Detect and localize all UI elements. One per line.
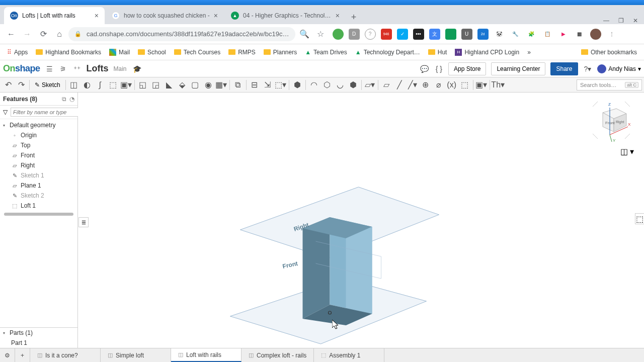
ext-icon-15[interactable]: ▶ — [558, 29, 569, 40]
bookmark-item-8[interactable]: Hut — [425, 47, 450, 58]
ext-icon-12[interactable]: 🔧 — [510, 29, 521, 40]
learning-center-button[interactable]: Learning Center — [491, 62, 545, 75]
bookmark-item-9[interactable]: HHighland CPD Login — [452, 47, 522, 58]
sketch2-node[interactable]: ✎Sketch 2 — [0, 191, 77, 201]
draft-tool[interactable]: ◣ — [163, 79, 175, 91]
apps-bookmark[interactable]: ⠿Apps — [4, 47, 31, 58]
new-tab-button[interactable]: + — [347, 10, 361, 24]
bookmark-item-3[interactable]: Tech Courses — [171, 47, 223, 58]
origin-node[interactable]: ◦Origin — [0, 130, 77, 140]
insert-icon[interactable]: ⁺⁺ — [72, 64, 82, 74]
part1-node[interactable]: Part 1 — [0, 338, 77, 348]
branch-label[interactable]: Main — [114, 65, 127, 72]
loft1-node[interactable]: ⬚Loft 1 — [0, 201, 77, 211]
menu-icon[interactable]: ☰ — [45, 64, 54, 74]
bookmark-item-2[interactable]: School — [135, 47, 169, 58]
default-geometry-node[interactable]: ▾Default geometry — [0, 120, 77, 130]
sheet-metal-tool[interactable]: ▣▾ — [475, 79, 488, 91]
bookmark-item-4[interactable]: RMPS — [225, 47, 259, 58]
graduation-cap-icon[interactable]: 🎓 — [132, 64, 142, 74]
app-store-button[interactable]: App Store — [448, 62, 486, 75]
back-button[interactable]: ← — [4, 27, 18, 41]
feature-rollback-bar[interactable] — [4, 213, 73, 216]
extrude-tool[interactable]: ◫ — [68, 79, 80, 91]
right-panel-toggle[interactable]: ⬚ — [635, 213, 644, 224]
search-tools-input[interactable]: Search tools… alt C — [577, 79, 642, 90]
bottom-tab-0[interactable]: ◫Is it a cone? — [30, 348, 101, 362]
bottom-tab-1[interactable]: ◫Simple loft — [101, 348, 171, 362]
user-menu[interactable]: Andy Nias ▾ — [597, 64, 641, 73]
forward-button[interactable]: → — [20, 27, 34, 41]
home-button[interactable]: ⌂ — [52, 27, 66, 41]
curve-tool-1[interactable]: ◠ — [308, 79, 320, 91]
ext-icon-10[interactable]: 2d — [477, 29, 489, 40]
minimize-button[interactable]: — — [603, 17, 609, 24]
axis-tool[interactable]: ╱ — [393, 79, 406, 91]
right-plane-node[interactable]: ▱Right — [0, 160, 77, 170]
sketch1-node[interactable]: ✎Sketch 1 — [0, 170, 77, 180]
plane-tool[interactable]: ▱ — [380, 79, 392, 91]
help-icon[interactable]: ?▾ — [583, 64, 593, 74]
ext-icon-9[interactable]: U — [461, 29, 472, 40]
browser-tab-1[interactable]: G how to cook squashed chicken - × — [106, 7, 224, 24]
ext-icon-11[interactable]: 🐼 — [494, 29, 505, 40]
fillet-tool[interactable]: ◱ — [137, 79, 149, 91]
rib-tool[interactable]: ⬙ — [176, 79, 188, 91]
redo-button[interactable]: ↷ — [15, 79, 27, 91]
ext-icon-5[interactable]: ✓ — [397, 29, 408, 40]
apps-grid-icon[interactable]: ▦ — [574, 29, 585, 40]
add-tab-button[interactable]: + — [15, 348, 30, 362]
ext-icon-2[interactable]: D — [349, 29, 360, 40]
bookmark-item-7[interactable]: ▲Technology Depart… — [352, 47, 423, 58]
bottom-tab-2[interactable]: ◫Loft with rails — [171, 348, 242, 362]
feature-action-icon[interactable]: ⧉ — [62, 96, 66, 103]
curve-tool-3[interactable]: ◡ — [334, 79, 346, 91]
boolean-tool[interactable]: ⧉ — [232, 79, 244, 91]
3d-canvas[interactable]: Right Front Front Right Z X Y ◫▾ ⬚ — [78, 93, 644, 348]
sketch-button[interactable]: ✎ Sketch — [32, 79, 63, 91]
ext-icon-3[interactable]: ? — [365, 29, 376, 40]
front-plane-node[interactable]: ▱Front — [0, 150, 77, 160]
view-cube[interactable]: Front Right Z X Y — [589, 98, 634, 143]
ext-icon-8[interactable] — [445, 29, 456, 40]
hole-tool[interactable]: ◉ — [202, 79, 214, 91]
top-plane-node[interactable]: ▱Top — [0, 140, 77, 150]
chamfer-tool[interactable]: ◲ — [150, 79, 162, 91]
loft-tool[interactable]: ⬚ — [107, 79, 119, 91]
tree-icon[interactable]: ⚞ — [59, 64, 67, 74]
plane1-node[interactable]: ▱Plane 1 — [0, 180, 77, 191]
ext-icon-1[interactable] — [333, 29, 344, 40]
feature-history-icon[interactable]: ◔ — [69, 96, 74, 103]
close-tab-icon[interactable]: × — [95, 12, 99, 20]
bookmark-item-5[interactable]: Planners — [261, 47, 300, 58]
address-bar[interactable]: 🔒 cad.onshape.com/documents/388df119fa62… — [68, 27, 295, 41]
mate-connector-tool[interactable]: ⊕ — [420, 79, 432, 91]
filter-input[interactable] — [11, 108, 86, 117]
doc-name[interactable]: Lofts — [87, 63, 109, 74]
curve-tool-4[interactable]: ⬢ — [347, 79, 359, 91]
delete-face-tool[interactable]: ⬚▾ — [275, 79, 287, 91]
ext-icon-13[interactable]: 🧩 — [526, 29, 537, 40]
close-window-button[interactable]: ✕ — [633, 17, 638, 24]
profile-avatar[interactable] — [590, 29, 601, 40]
tab-manager-button[interactable]: ⚙ — [0, 348, 15, 362]
onshape-logo[interactable]: Onshape — [3, 63, 40, 74]
curve-tool-2[interactable]: ⬡ — [321, 79, 333, 91]
ext-icon-14[interactable]: 📋 — [542, 29, 553, 40]
share-button[interactable]: Share — [550, 62, 578, 75]
bottom-tab-3[interactable]: ◫Complex loft - rails — [242, 348, 314, 362]
surface-tool[interactable]: ▱▾ — [364, 79, 376, 91]
undo-button[interactable]: ↶ — [2, 79, 14, 91]
maximize-button[interactable]: ❐ — [618, 17, 624, 24]
variable-tool[interactable]: (x) — [446, 79, 458, 91]
bookmark-item-0[interactable]: Highland Bookmarks — [33, 47, 104, 58]
ext-icon-translate[interactable]: 文 — [429, 29, 440, 40]
browser-tab-2[interactable]: ▲ 04 - Higher Graphics - Technolog × — [225, 7, 346, 24]
panel-collapse-toggle[interactable]: ☰ — [78, 217, 89, 227]
ext-icon-gmail[interactable]: 946 — [381, 29, 392, 40]
star-icon[interactable]: ☆ — [313, 27, 328, 41]
modify-tool[interactable]: ⬢ — [291, 79, 303, 91]
chrome-menu-icon[interactable]: ⋮ — [606, 29, 617, 40]
custom-tool[interactable]: Th▾ — [492, 79, 504, 91]
revolve-tool[interactable]: ◐ — [81, 79, 93, 91]
